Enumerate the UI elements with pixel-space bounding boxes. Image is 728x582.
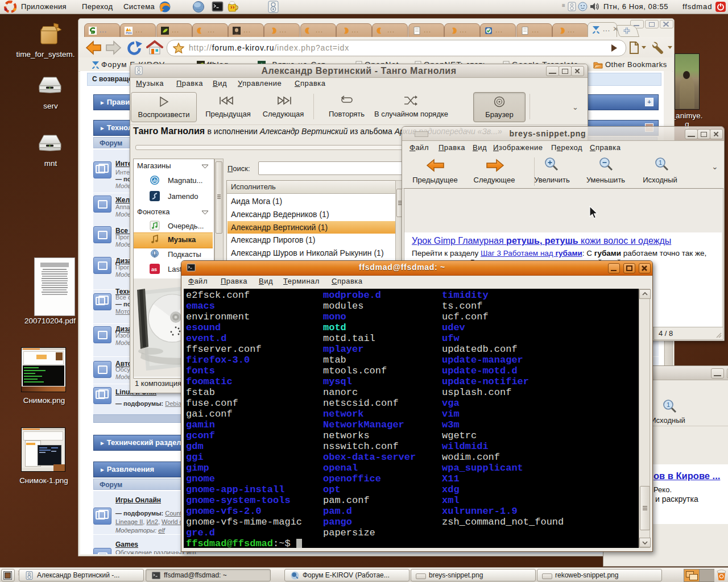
svg-text:1: 1: [659, 159, 662, 166]
svg-text:as: as: [151, 267, 157, 272]
svg-text:1: 1: [667, 401, 670, 408]
svg-text:PMA: PMA: [126, 31, 133, 35]
